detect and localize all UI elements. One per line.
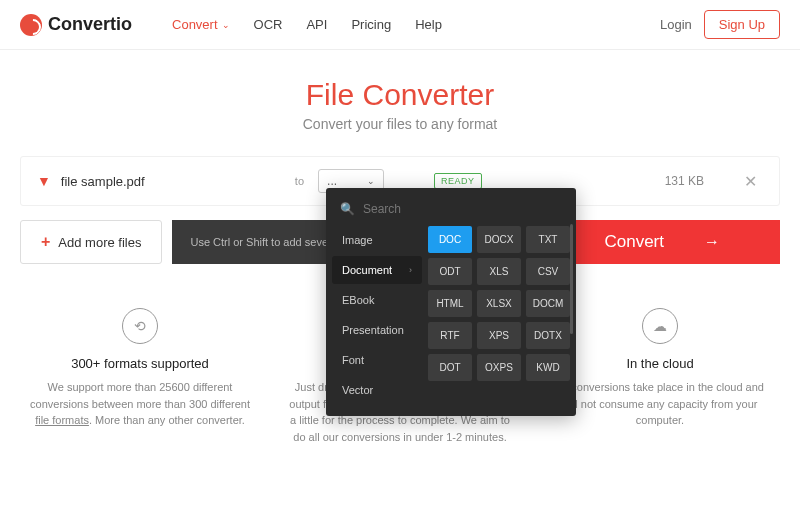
category-list: ImageDocument›EBookPresentationFontVecto…: [332, 226, 422, 404]
auth-area: Login Sign Up: [660, 10, 780, 39]
signup-button[interactable]: Sign Up: [704, 10, 780, 39]
nav-convert[interactable]: Convert⌄: [172, 17, 230, 32]
dropdown-search-input[interactable]: [363, 202, 562, 216]
feature-title: 300+ formats supported: [20, 356, 260, 371]
filename: file sample.pdf: [61, 174, 281, 189]
dropdown-search-row: 🔍: [326, 196, 576, 222]
format-option[interactable]: KWD: [526, 354, 570, 381]
convert-button[interactable]: Convert →: [544, 220, 780, 264]
feature-desc: We support more than 25600 different con…: [20, 379, 260, 429]
chevron-down-icon: ⌄: [367, 176, 375, 186]
format-option[interactable]: DOC: [428, 226, 472, 253]
format-option[interactable]: XLSX: [477, 290, 521, 317]
add-more-label: Add more files: [58, 235, 141, 250]
format-value: ...: [327, 174, 337, 188]
scrollbar[interactable]: [570, 224, 573, 334]
page-subtitle: Convert your files to any format: [0, 116, 800, 132]
refresh-icon: ⟲: [122, 308, 158, 344]
nav-help[interactable]: Help: [415, 17, 442, 32]
header: Convertio Convert⌄ OCR API Pricing Help …: [0, 0, 800, 50]
chevron-right-icon: ›: [409, 265, 412, 275]
category-item[interactable]: Vector: [332, 376, 422, 404]
plus-icon: +: [41, 233, 50, 251]
format-option[interactable]: DOCX: [477, 226, 521, 253]
pdf-icon: ▼: [37, 173, 51, 189]
nav-pricing[interactable]: Pricing: [351, 17, 391, 32]
to-label: to: [295, 175, 304, 187]
convert-label: Convert: [604, 232, 664, 252]
format-option[interactable]: XPS: [477, 322, 521, 349]
format-option[interactable]: ODT: [428, 258, 472, 285]
search-icon: 🔍: [340, 202, 355, 216]
category-item[interactable]: Document›: [332, 256, 422, 284]
feature-title: In the cloud: [540, 356, 780, 371]
format-dropdown: 🔍 ImageDocument›EBookPresentationFontVec…: [326, 188, 576, 416]
feature-cloud: ☁ In the cloud All conversions take plac…: [540, 308, 780, 445]
format-option[interactable]: DOTX: [526, 322, 570, 349]
close-icon[interactable]: ✕: [744, 172, 757, 191]
format-option[interactable]: CSV: [526, 258, 570, 285]
format-option[interactable]: XLS: [477, 258, 521, 285]
format-option[interactable]: HTML: [428, 290, 472, 317]
feature-formats: ⟲ 300+ formats supported We support more…: [20, 308, 260, 445]
format-option[interactable]: DOT: [428, 354, 472, 381]
format-grid: DOCDOCXTXTODTXLSCSVHTMLXLSXDOCMRTFXPSDOT…: [422, 226, 570, 404]
hero: File Converter Convert your files to any…: [0, 50, 800, 144]
format-option[interactable]: TXT: [526, 226, 570, 253]
file-formats-link[interactable]: file formats: [35, 414, 89, 426]
login-link[interactable]: Login: [660, 17, 692, 32]
feature-desc: All conversions take place in the cloud …: [540, 379, 780, 429]
category-item[interactable]: Image: [332, 226, 422, 254]
ready-badge: READY: [434, 173, 482, 189]
arrow-right-icon: →: [704, 233, 720, 251]
category-item[interactable]: Presentation: [332, 316, 422, 344]
page-title: File Converter: [0, 78, 800, 112]
logo[interactable]: Convertio: [20, 14, 132, 36]
category-item[interactable]: EBook: [332, 286, 422, 314]
cloud-icon: ☁: [642, 308, 678, 344]
file-size: 131 KB: [665, 174, 704, 188]
category-item[interactable]: Font: [332, 346, 422, 374]
chevron-down-icon: ⌄: [222, 20, 230, 30]
main-nav: Convert⌄ OCR API Pricing Help: [172, 17, 442, 32]
logo-icon: [20, 14, 42, 36]
nav-ocr[interactable]: OCR: [254, 17, 283, 32]
format-option[interactable]: OXPS: [477, 354, 521, 381]
nav-api[interactable]: API: [306, 17, 327, 32]
brand-name: Convertio: [48, 14, 132, 35]
format-option[interactable]: RTF: [428, 322, 472, 349]
add-more-button[interactable]: + Add more files: [20, 220, 162, 264]
format-option[interactable]: DOCM: [526, 290, 570, 317]
